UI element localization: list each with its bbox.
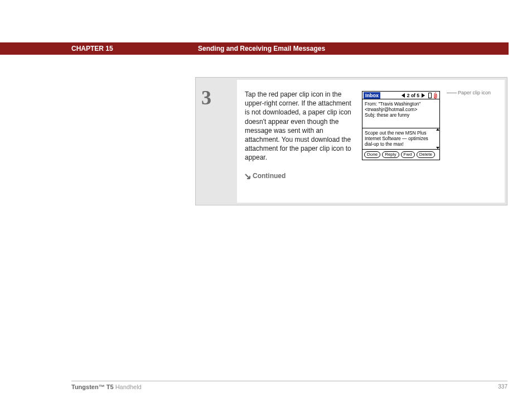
fwd-button: Fwd: [401, 151, 415, 158]
callout-leader-line: [447, 93, 457, 93]
step-panel: 3 Tap the red paper clip icon in the upp…: [195, 77, 507, 205]
scroll-up-icon: [436, 128, 439, 131]
step-body: Tap the red paper clip icon in the upper…: [237, 80, 505, 203]
chapter-label: CHAPTER 15: [71, 45, 113, 52]
nav-group: 2 of 5: [402, 92, 438, 99]
figure-column: Inbox 2 of 5: [356, 90, 497, 180]
done-button: Done: [364, 151, 380, 158]
device-button-row: Done Reply Fwd Delete: [362, 150, 439, 160]
from-address: <trwashjr@hotmail.com>: [365, 107, 437, 112]
instruction-text: Tap the red paper clip icon in the upper…: [245, 90, 356, 162]
continued-indicator: Continued: [245, 171, 356, 180]
message-counter: 2 of 5: [407, 93, 419, 98]
step-number: 3: [201, 88, 233, 108]
page-number: 337: [498, 384, 507, 390]
callout-label: Paper clip icon: [458, 90, 491, 95]
product-name: Tungsten™ T5 Handheld: [71, 384, 142, 390]
device-message-header: From: "Travis Washington" <trwashjr@hotm…: [362, 99, 439, 128]
step-number-column: 3: [198, 80, 237, 203]
inbox-label: Inbox: [364, 92, 380, 99]
from-name: "Travis Washington": [379, 101, 421, 107]
continued-arrow-icon: [245, 174, 250, 179]
device-screenshot: Inbox 2 of 5: [362, 91, 440, 160]
device-message-body: Scope out the new MSN Plus Internet Soft…: [362, 128, 439, 150]
chapter-header-bar: CHAPTER 15 Sending and Receiving Email M…: [0, 42, 509, 55]
chapter-title: Sending and Receiving Email Messages: [198, 45, 325, 52]
subj-text: these are funny: [377, 112, 410, 118]
product-bold: Tungsten™ T5: [71, 384, 114, 390]
paperclip-callout: Paper clip icon: [447, 90, 491, 95]
from-label: From:: [365, 101, 377, 107]
scroll-down-icon: [436, 147, 439, 149]
message-body-text: Scope out the new MSN Plus Internet Soft…: [365, 130, 437, 147]
folder-icon: [428, 93, 432, 98]
continued-label: Continued: [253, 172, 286, 180]
subj-label: Subj:: [365, 112, 375, 118]
next-arrow-icon: [422, 93, 425, 98]
prev-arrow-icon: [402, 93, 405, 98]
delete-button: Delete: [417, 151, 435, 158]
instruction-column: Tap the red paper clip icon in the upper…: [245, 90, 356, 180]
device-header: Inbox 2 of 5: [362, 92, 439, 99]
scrollbar: [436, 128, 439, 149]
paperclip-icon: [434, 92, 438, 99]
product-light: Handheld: [114, 384, 142, 390]
page-footer: Tungsten™ T5 Handheld 337: [71, 381, 507, 390]
reply-button: Reply: [382, 151, 399, 158]
